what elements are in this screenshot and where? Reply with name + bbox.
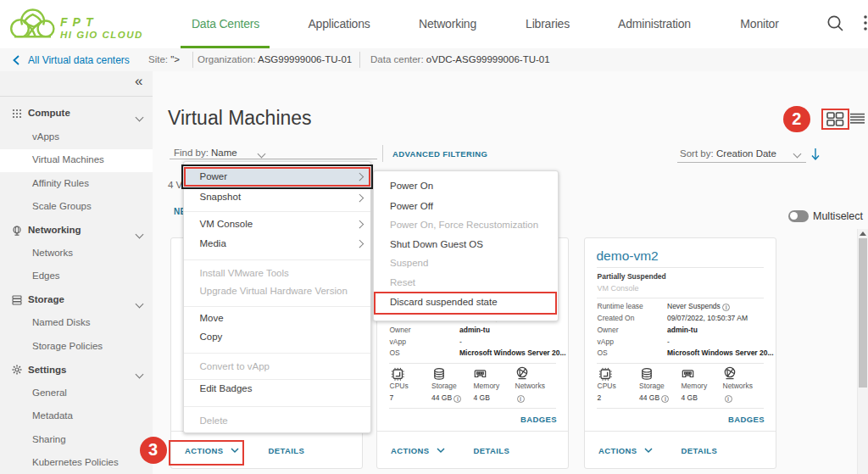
svg-text:HI GIO CLOUD: HI GIO CLOUD — [60, 30, 143, 40]
svg-text:FPT: FPT — [60, 15, 97, 29]
